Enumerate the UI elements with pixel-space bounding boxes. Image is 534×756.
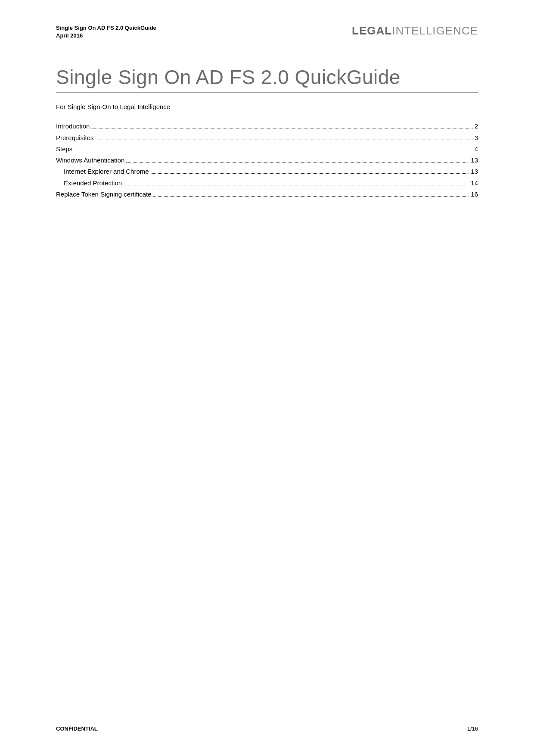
toc-label: Windows Authentication — [56, 155, 124, 166]
page-footer: CONFIDENTIAL 1/16 — [56, 725, 478, 732]
toc-entry[interactable]: Replace Token Signing certificate 16 — [56, 189, 478, 200]
toc-entry[interactable]: Steps 4 — [56, 144, 478, 155]
brand-logo: LEGALINTELLIGENCE — [352, 24, 478, 37]
toc-label: Introduction — [56, 121, 90, 132]
toc-page-number: 4 — [475, 144, 478, 155]
toc-leader-dots — [91, 128, 472, 128]
toc-label: Prerequisites — [56, 132, 94, 144]
toc-entry[interactable]: Prerequisites 3 — [56, 132, 478, 144]
toc-leader-dots — [96, 140, 473, 140]
toc-entry[interactable]: Internet Explorer and Chrome 13 — [56, 166, 478, 177]
page-number: 1/16 — [467, 725, 478, 732]
document-subtitle: For Single Sign-On to Legal Intelligence — [56, 103, 478, 110]
confidential-label: CONFIDENTIAL — [56, 725, 98, 732]
page-header: Single Sign On AD FS 2.0 QuickGuide Apri… — [56, 24, 478, 40]
brand-bold-text: LEGAL — [352, 24, 392, 37]
brand-light-text: INTELLIGENCE — [392, 24, 478, 37]
header-title-line1: Single Sign On AD FS 2.0 QuickGuide — [56, 24, 156, 32]
header-doc-info: Single Sign On AD FS 2.0 QuickGuide Apri… — [56, 24, 156, 40]
toc-label: Extended Protection — [64, 178, 122, 189]
toc-leader-dots — [74, 151, 472, 151]
title-underline — [56, 92, 478, 93]
toc-label: Steps — [56, 144, 72, 155]
toc-entry[interactable]: Windows Authentication 13 — [56, 155, 478, 166]
toc-leader-dots — [151, 173, 469, 174]
toc-leader-dots — [124, 185, 469, 185]
toc-page-number: 14 — [471, 178, 478, 189]
toc-label: Internet Explorer and Chrome — [64, 166, 149, 177]
toc-entry[interactable]: Introduction 2 — [56, 121, 478, 132]
toc-page-number: 16 — [471, 189, 478, 200]
toc-page-number: 13 — [471, 155, 478, 166]
toc-label: Replace Token Signing certificate — [56, 189, 152, 200]
toc-page-number: 2 — [475, 121, 478, 132]
toc-leader-dots — [153, 196, 469, 197]
toc-entry[interactable]: Extended Protection 14 — [56, 178, 478, 189]
table-of-contents: Introduction 2 Prerequisites 3 Steps 4 W… — [56, 121, 478, 200]
toc-leader-dots — [126, 162, 469, 162]
header-title-line2: April 2016 — [56, 32, 156, 40]
page-container: Single Sign On AD FS 2.0 QuickGuide Apri… — [0, 0, 534, 756]
toc-page-number: 13 — [471, 166, 478, 177]
document-title: Single Sign On AD FS 2.0 QuickGuide — [56, 66, 478, 89]
toc-page-number: 3 — [475, 132, 478, 144]
